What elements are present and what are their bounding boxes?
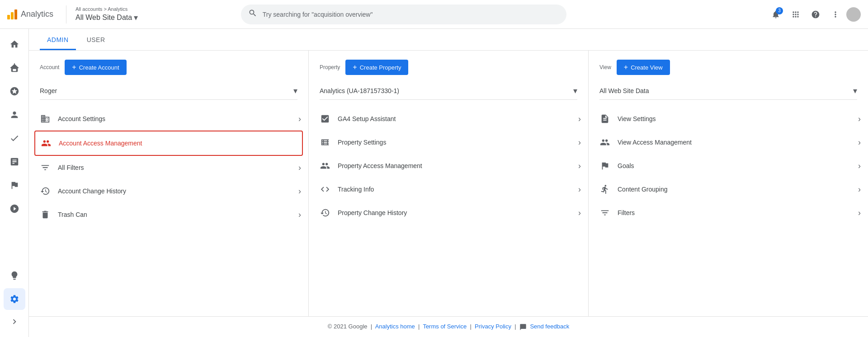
menu-item-property-change-history[interactable]: Property Change History › bbox=[309, 201, 588, 225]
property-dropdown[interactable]: Analytics (UA-187157330-1) ▾ bbox=[320, 82, 577, 100]
more-options-button[interactable] bbox=[826, 5, 844, 23]
footer-link-analytics-home[interactable]: Analytics home bbox=[375, 323, 415, 330]
menu-item-account-access-management[interactable]: Account Access Management bbox=[34, 131, 303, 156]
property-change-history-label: Property Change History bbox=[338, 209, 407, 216]
notification-count: 3 bbox=[776, 7, 783, 14]
arrow-right-icon: › bbox=[578, 114, 581, 124]
sidebar-item-users[interactable] bbox=[4, 104, 25, 126]
goals-label: Goals bbox=[618, 162, 634, 169]
trash-can-label: Trash Can bbox=[58, 211, 87, 218]
property-access-management-label: Property Access Management bbox=[338, 162, 422, 169]
sidebar-expand-button[interactable] bbox=[4, 311, 25, 332]
admin-tabs: ADMIN USER bbox=[29, 29, 868, 51]
menu-item-goals[interactable]: Goals › bbox=[589, 154, 868, 178]
logo-area: Analytics bbox=[7, 9, 53, 19]
arrow-right-icon: › bbox=[578, 208, 581, 218]
current-view-label: All Web Site Data bbox=[75, 14, 132, 22]
menu-item-view-settings[interactable]: View Settings › bbox=[589, 107, 868, 131]
create-property-button[interactable]: + Create Property bbox=[345, 60, 408, 75]
account-change-history-label: Account Change History bbox=[58, 187, 126, 195]
property-label: Property bbox=[320, 64, 340, 70]
create-view-button[interactable]: + Create View bbox=[617, 60, 670, 75]
ga4-setup-assistant-label: GA4 Setup Assistant bbox=[338, 115, 396, 122]
sidebar-item-segments[interactable] bbox=[4, 198, 25, 220]
arrow-right-icon: › bbox=[858, 208, 861, 218]
account-dropdown-arrow: ▾ bbox=[293, 86, 297, 96]
search-placeholder: Try searching for "acquisition overview" bbox=[263, 11, 373, 18]
footer-send-feedback[interactable]: Send feedback bbox=[530, 323, 569, 330]
account-column-header: Account + Create Account bbox=[29, 60, 308, 82]
app-title: Analytics bbox=[21, 9, 53, 19]
property-column: Property + Create Property Analytics (UA… bbox=[309, 51, 589, 316]
plus-icon: + bbox=[72, 63, 76, 71]
people-icon bbox=[599, 137, 610, 148]
menu-item-account-settings[interactable]: Account Settings › bbox=[29, 107, 308, 131]
footer-link-terms-of-service[interactable]: Terms of Service bbox=[423, 323, 467, 330]
avatar[interactable] bbox=[846, 7, 861, 22]
send-feedback-icon bbox=[519, 323, 530, 330]
arrow-right-icon: › bbox=[858, 114, 861, 124]
account-dropdown[interactable]: Roger ▾ bbox=[40, 82, 297, 100]
property-icon bbox=[320, 137, 330, 148]
view-access-management-label: View Access Management bbox=[618, 139, 692, 146]
content-area: ADMIN USER Account + Create Account bbox=[29, 29, 868, 337]
plus-icon: + bbox=[353, 63, 357, 71]
view-dropdown-value: All Web Site Data bbox=[599, 87, 853, 94]
sidebar-item-acquisition[interactable] bbox=[4, 127, 25, 149]
view-dropdown-row: All Web Site Data ▾ bbox=[589, 82, 868, 107]
code-icon bbox=[320, 184, 330, 195]
sidebar-item-home[interactable] bbox=[4, 33, 25, 55]
account-selector[interactable]: All accounts > Analytics All Web Site Da… bbox=[75, 6, 138, 23]
help-button[interactable] bbox=[807, 5, 825, 23]
menu-item-all-filters[interactable]: All Filters › bbox=[29, 156, 308, 179]
trash-icon bbox=[40, 209, 51, 220]
logo-icon bbox=[7, 9, 17, 19]
menu-item-view-access-management[interactable]: View Access Management › bbox=[589, 131, 868, 154]
arrow-right-icon: › bbox=[298, 163, 301, 173]
footer-link-privacy-policy[interactable]: Privacy Policy bbox=[475, 323, 511, 330]
content-grouping-label: Content Grouping bbox=[618, 186, 668, 193]
view-dropdown-arrow: ▾ bbox=[853, 86, 857, 96]
account-menu-items: Account Settings › Account Access Manage… bbox=[29, 107, 308, 307]
flag-icon bbox=[599, 160, 610, 171]
sidebar-item-lightbulb[interactable] bbox=[4, 265, 25, 286]
sidebar-item-customization[interactable] bbox=[4, 57, 25, 79]
menu-item-filters[interactable]: Filters › bbox=[589, 201, 868, 225]
sidebar-item-behavior[interactable] bbox=[4, 151, 25, 173]
account-settings-label: Account Settings bbox=[58, 115, 105, 122]
property-settings-label: Property Settings bbox=[338, 139, 386, 146]
checkbox-icon bbox=[320, 113, 330, 124]
menu-item-trash-can[interactable]: Trash Can › bbox=[29, 203, 308, 226]
view-column-header: View + Create View bbox=[589, 60, 868, 82]
search-icon bbox=[248, 9, 257, 20]
tab-admin[interactable]: ADMIN bbox=[40, 29, 76, 50]
history-icon bbox=[320, 207, 330, 218]
document-icon bbox=[599, 113, 610, 124]
current-view-selector[interactable]: All Web Site Data ▾ bbox=[75, 13, 138, 23]
tab-user[interactable]: USER bbox=[80, 29, 113, 50]
menu-item-property-settings[interactable]: Property Settings › bbox=[309, 131, 588, 154]
notifications-button[interactable]: 3 bbox=[767, 5, 785, 23]
menu-item-property-access-management[interactable]: Property Access Management › bbox=[309, 154, 588, 178]
sidebar-item-settings[interactable] bbox=[4, 288, 25, 310]
menu-item-account-change-history[interactable]: Account Change History › bbox=[29, 179, 308, 203]
arrow-right-icon: › bbox=[578, 138, 581, 147]
arrow-right-icon: › bbox=[578, 185, 581, 194]
create-account-button[interactable]: + Create Account bbox=[65, 60, 126, 75]
building-icon bbox=[40, 113, 51, 124]
menu-item-ga4-setup-assistant[interactable]: GA4 Setup Assistant › bbox=[309, 107, 588, 131]
menu-item-content-grouping[interactable]: Content Grouping › bbox=[589, 178, 868, 201]
filter-icon bbox=[40, 162, 51, 173]
sidebar-item-flag[interactable] bbox=[4, 174, 25, 196]
apps-button[interactable] bbox=[787, 5, 805, 23]
account-access-management-label: Account Access Management bbox=[59, 140, 142, 147]
property-dropdown-value: Analytics (UA-187157330-1) bbox=[320, 87, 573, 94]
top-nav: Analytics All accounts > Analytics All W… bbox=[0, 0, 868, 29]
sidebar-item-reports[interactable] bbox=[4, 80, 25, 102]
arrow-right-icon: › bbox=[858, 185, 861, 194]
arrow-right-icon: › bbox=[578, 161, 581, 171]
create-account-label: Create Account bbox=[79, 64, 119, 71]
menu-item-tracking-info[interactable]: Tracking Info › bbox=[309, 178, 588, 201]
view-dropdown[interactable]: All Web Site Data ▾ bbox=[599, 82, 857, 100]
search-bar[interactable]: Try searching for "acquisition overview" bbox=[241, 5, 566, 24]
